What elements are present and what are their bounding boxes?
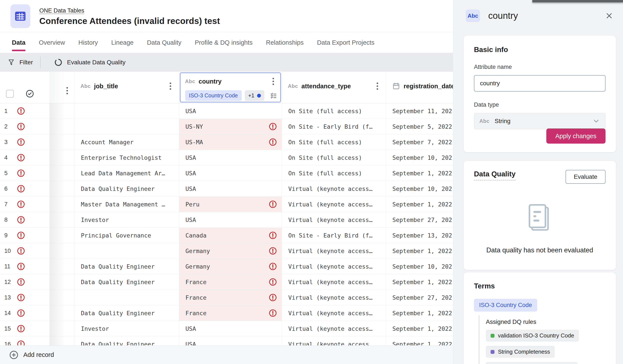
registration-date-cell[interactable]: September 11, 202 — [386, 103, 453, 119]
attendance-type-cell[interactable]: Virtual (keynote access… — [282, 305, 386, 321]
filter-button[interactable]: Filter — [0, 53, 40, 72]
row-error-icon[interactable] — [17, 138, 25, 146]
job-title-cell[interactable]: Account Manager — [74, 134, 179, 150]
registration-date-cell[interactable]: September 10, 202 — [386, 150, 453, 165]
evaluate-dq-button[interactable]: Evaluate Data Quality — [47, 53, 133, 72]
attendance-type-cell[interactable]: Virtual (keynote access… — [282, 212, 386, 228]
registration-date-cell[interactable]: September 1, 2022 — [386, 165, 453, 181]
registration-date-cell[interactable]: September 10, 202 — [386, 259, 453, 274]
apply-changes-button[interactable]: Apply changes — [546, 128, 605, 144]
registration-date-cell[interactable]: September 7, 2022 — [386, 134, 453, 150]
job-title-cell[interactable] — [74, 290, 179, 305]
row-error-icon[interactable] — [17, 200, 25, 208]
job-title-cell[interactable]: Investor — [74, 212, 179, 228]
job-title-cell[interactable]: Master Data Management … — [74, 196, 179, 212]
tab-data[interactable]: Data — [12, 32, 25, 53]
dq-rule-pill[interactable]: String Completeness — [486, 346, 555, 358]
term-pill[interactable]: ISO-3 Country Code — [474, 299, 537, 312]
country-cell[interactable]: France — [179, 305, 282, 321]
job-title-cell[interactable]: Investor — [74, 321, 179, 336]
invalid-value-icon[interactable] — [269, 138, 277, 146]
job-title-cell[interactable]: Lead Data Management Ar… — [74, 165, 179, 181]
add-record-button[interactable]: Add record — [9, 350, 54, 360]
attribute-name-input[interactable] — [474, 75, 605, 91]
row-error-icon[interactable] — [17, 262, 25, 271]
tab-profile-dq-insights[interactable]: Profile & DQ insights — [195, 32, 253, 53]
country-cell[interactable]: USA — [179, 321, 282, 336]
registration-date-cell[interactable]: September 13, 202 — [386, 228, 453, 243]
job-title-cell[interactable]: Enterprise Technologist — [74, 150, 179, 165]
invalid-value-icon[interactable] — [269, 247, 277, 255]
registration-date-cell[interactable]: September 1, 2022 — [386, 196, 453, 212]
attendance-type-cell[interactable]: On Site - Early Bird (f… — [282, 228, 386, 243]
job-title-cell[interactable] — [74, 243, 179, 259]
row-error-icon[interactable] — [17, 185, 25, 193]
country-cell[interactable]: France — [179, 274, 282, 290]
job-title-cell[interactable]: Data Quality Engineer — [74, 181, 179, 196]
tab-data-export-projects[interactable]: Data Export Projects — [317, 32, 374, 53]
column-header-job-title[interactable]: Abc job_title — [74, 72, 179, 103]
registration-date-cell[interactable]: September 5, 2022 — [386, 119, 453, 134]
invalid-value-icon[interactable] — [269, 122, 277, 131]
row-error-icon[interactable] — [17, 293, 25, 302]
more-terms-pill[interactable]: +1 — [245, 90, 265, 101]
registration-date-cell[interactable]: September 1, 2022 — [386, 321, 453, 336]
attendance-type-cell[interactable]: Virtual (keynote access… — [282, 290, 386, 305]
job-title-cell[interactable]: Data Quality Engineer — [74, 259, 179, 274]
country-cell[interactable]: France — [179, 290, 282, 305]
hidden-column-cell[interactable] — [49, 181, 74, 196]
country-cell[interactable]: USA — [179, 212, 282, 228]
country-cell[interactable]: Canada — [179, 228, 282, 243]
invalid-value-icon[interactable] — [269, 200, 277, 208]
invalid-value-icon[interactable] — [269, 293, 277, 302]
invalid-value-icon[interactable] — [269, 278, 277, 286]
country-cell[interactable]: USA — [179, 150, 282, 165]
country-cell[interactable]: US-MA — [179, 134, 282, 150]
attendance-type-cell[interactable]: On Site (full access) — [282, 134, 386, 150]
country-cell[interactable]: USA — [179, 181, 282, 196]
registration-date-cell[interactable]: September 1, 2022 — [386, 243, 453, 259]
attendance-type-cell[interactable]: Virtual (keynote access… — [282, 274, 386, 290]
attendance-type-cell[interactable]: Virtual (keynote access… — [282, 243, 386, 259]
country-cell[interactable]: US-NY — [179, 119, 282, 134]
invalid-value-icon[interactable] — [269, 262, 277, 271]
country-cell[interactable]: Peru — [179, 196, 282, 212]
row-error-icon[interactable] — [17, 169, 25, 177]
evaluate-button[interactable]: Evaluate — [566, 170, 605, 184]
column-menu-icon[interactable] — [64, 86, 70, 95]
column-header-country[interactable]: Abc country ISO-3 Country Code + — [179, 72, 282, 103]
hidden-column-cell[interactable] — [49, 150, 74, 165]
registration-date-cell[interactable]: September 1, 2022 — [386, 305, 453, 321]
attendance-type-cell[interactable]: On Site (full access) — [282, 165, 386, 181]
job-title-cell[interactable] — [74, 103, 179, 119]
job-title-cell[interactable] — [74, 119, 179, 134]
select-all-checkbox[interactable] — [6, 90, 14, 98]
hidden-column-cell[interactable] — [49, 165, 74, 181]
row-error-icon[interactable] — [17, 247, 25, 255]
country-cell[interactable]: USA — [179, 103, 282, 119]
row-error-icon[interactable] — [17, 324, 25, 333]
hidden-column-cell[interactable] — [49, 212, 74, 228]
country-cell[interactable]: Germany — [179, 243, 282, 259]
country-cell[interactable]: USA — [179, 165, 282, 181]
attendance-type-cell[interactable]: Virtual (keynote access… — [282, 181, 386, 196]
data-type-select[interactable]: Abc String — [474, 113, 605, 129]
row-error-icon[interactable] — [17, 309, 25, 317]
country-cell[interactable]: Germany — [179, 259, 282, 274]
close-icon[interactable] — [605, 11, 614, 20]
hidden-column-cell[interactable] — [49, 259, 74, 274]
job-title-cell[interactable]: Data Quality Engineer — [74, 274, 179, 290]
column-menu-icon[interactable] — [374, 82, 381, 90]
row-error-icon[interactable] — [17, 122, 25, 131]
hidden-column-cell[interactable] — [49, 274, 74, 290]
attendance-type-cell[interactable]: On Site (full access) — [282, 103, 386, 119]
breadcrumb[interactable]: ONE Data Tables — [39, 7, 84, 14]
registration-date-cell[interactable]: September 27, 202 — [386, 212, 453, 228]
job-title-cell[interactable]: Principal Governance — [74, 228, 179, 243]
registration-date-cell[interactable]: September 10, 202 — [386, 181, 453, 196]
invalid-value-icon[interactable] — [269, 309, 277, 317]
registration-date-cell[interactable]: September 27, 202 — [386, 290, 453, 305]
tab-lineage[interactable]: Lineage — [111, 32, 134, 53]
hidden-column-cell[interactable] — [49, 196, 74, 212]
row-error-icon[interactable] — [17, 216, 25, 224]
